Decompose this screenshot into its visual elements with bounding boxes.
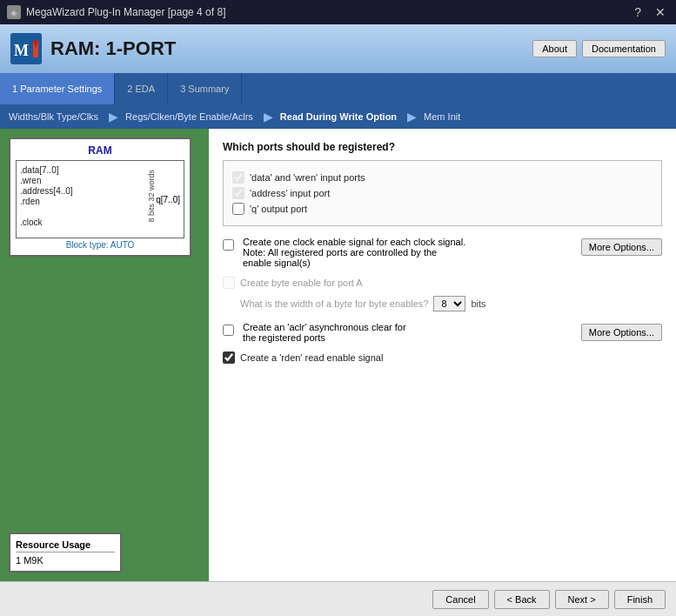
option-q-row: 'q' output port [232, 203, 653, 215]
rden-row: Create a 'rden' read enable signal [223, 352, 662, 364]
tab-summary[interactable]: 3 Summary [168, 73, 242, 104]
checkbox-rden[interactable] [223, 352, 235, 364]
app-icon: ◈ [7, 5, 21, 19]
checkbox-address[interactable] [232, 187, 244, 199]
bc-regs[interactable]: Regs/Clken/Byte Enable/Aclrs [120, 110, 262, 124]
clock-enable-line2: Note: All registered ports are controlle… [243, 247, 572, 258]
option-data-wren-row: 'data' and 'wren' input ports [232, 171, 653, 184]
bc-arrow-3: ▶ [407, 110, 417, 124]
breadcrumb: Widths/Blk Type/Clks ▶ Regs/Clken/Byte E… [0, 104, 676, 129]
cancel-button[interactable]: Cancel [432, 590, 488, 609]
ram-title: RAM [16, 144, 184, 157]
block-type-label: Block type: AUTO [16, 240, 184, 250]
ram-port-spacer [20, 207, 180, 217]
finish-button[interactable]: Finish [614, 590, 666, 609]
ram-inner: .data[7..0] .wren .address[4..0] .rden .… [16, 160, 184, 238]
main-area: RAM .data[7..0] .wren .address[4..0] .rd… [0, 129, 676, 581]
more-options-aclr-button[interactable]: More Options... [581, 324, 662, 341]
clock-enable-line3: enable signal(s) [243, 258, 572, 268]
option-address-row: 'address' input port [232, 187, 653, 199]
back-button[interactable]: < Back [494, 590, 550, 609]
aclr-line1: Create an 'aclr' asynchronous clear for [243, 322, 572, 332]
checkbox-clock-enable[interactable] [223, 239, 234, 251]
label-address: 'address' input port [250, 188, 330, 198]
tab-parameter-settings[interactable]: 1 Parameter Settings [0, 73, 115, 104]
ram-diagram: RAM .data[7..0] .wren .address[4..0] .rd… [9, 137, 191, 257]
aclr-line2: the registered ports [243, 332, 572, 343]
page-title: RAM: 1-PORT [50, 37, 176, 60]
port-options-group: 'data' and 'wren' input ports 'address' … [223, 160, 662, 226]
resource-title: Resource Usage [16, 539, 115, 552]
resource-usage-box: Resource Usage 1 M9K [9, 532, 122, 572]
svg-text:M: M [14, 42, 29, 59]
ram-port-wren: .wren [20, 176, 180, 185]
byte-width-select[interactable]: 8 9 [433, 296, 465, 311]
close-button[interactable]: ✕ [652, 5, 669, 19]
left-panel: RAM .data[7..0] .wren .address[4..0] .rd… [0, 129, 209, 581]
more-options-clock-button[interactable]: More Options... [581, 238, 662, 256]
footer: Cancel < Back Next > Finish [0, 581, 676, 616]
aclr-row: Create an 'aclr' asynchronous clear for … [223, 322, 662, 343]
label-byte-enable: Create byte enable for port A [240, 278, 363, 288]
label-data-wren: 'data' and 'wren' input ports [250, 172, 365, 183]
clock-enable-text: Create one clock enable signal for each … [243, 237, 572, 268]
header: M RAM: 1-PORT About Documentation [0, 24, 676, 73]
bc-arrow-1: ▶ [109, 110, 118, 124]
header-left: M RAM: 1-PORT [10, 33, 176, 64]
window-title: MegaWizard Plug-In Manager [page 4 of 8] [26, 6, 225, 18]
ram-bits-label: 8 bits 32 words [147, 170, 156, 223]
ram-q-port: q[7..0] [156, 195, 180, 204]
label-q: 'q' output port [250, 204, 307, 214]
checkbox-aclr[interactable] [223, 325, 234, 336]
byte-width-question: What is the width of a byte for byte ena… [240, 298, 428, 309]
byte-width-unit: bits [471, 298, 485, 309]
checkbox-data-wren[interactable] [232, 171, 244, 184]
next-button[interactable]: Next > [555, 590, 609, 609]
ram-port-clock: .clock [20, 218, 180, 227]
bc-widths[interactable]: Widths/Blk Type/Clks [3, 110, 107, 124]
tabs: 1 Parameter Settings 2 EDA 3 Summary [0, 73, 676, 104]
about-button[interactable]: About [532, 40, 577, 57]
right-panel: Which ports should be registered? 'data'… [209, 129, 676, 581]
bc-arrow-2: ▶ [264, 110, 273, 124]
header-logo: M [10, 33, 42, 64]
resource-value: 1 M9K [16, 555, 115, 566]
clock-enable-row: Create one clock enable signal for each … [223, 237, 662, 268]
byte-enable-row: Create byte enable for port A [223, 277, 662, 289]
bc-mem-init[interactable]: Mem Init [418, 110, 469, 124]
aclr-text: Create an 'aclr' asynchronous clear for … [243, 322, 572, 343]
label-rden: Create a 'rden' read enable signal [240, 352, 383, 363]
checkbox-byte-enable[interactable] [223, 277, 235, 289]
ram-port-data: .data[7..0] [20, 165, 180, 175]
title-bar: ◈ MegaWizard Plug-In Manager [page 4 of … [0, 0, 676, 24]
ports-question: Which ports should be registered? [223, 141, 662, 153]
checkbox-q[interactable] [232, 203, 244, 215]
header-actions: About Documentation [532, 40, 666, 57]
title-bar-left: ◈ MegaWizard Plug-In Manager [page 4 of … [7, 5, 225, 19]
clock-enable-line1: Create one clock enable signal for each … [243, 237, 572, 247]
title-bar-controls: ? ✕ [631, 5, 669, 19]
byte-width-row: What is the width of a byte for byte ena… [240, 296, 662, 311]
tab-eda[interactable]: 2 EDA [115, 73, 168, 104]
help-button[interactable]: ? [631, 5, 645, 19]
documentation-button[interactable]: Documentation [582, 40, 666, 57]
left-spacer [9, 264, 200, 526]
bc-read-during-write[interactable]: Read During Write Option [275, 110, 405, 124]
